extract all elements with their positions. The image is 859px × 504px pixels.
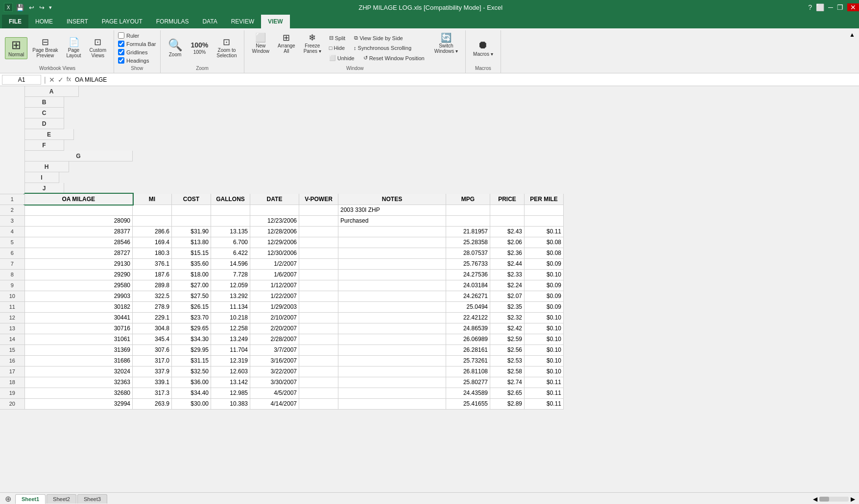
- unhide-button[interactable]: ⬜ Unhide: [327, 53, 357, 63]
- list-item[interactable]: 3/30/2007: [250, 377, 299, 388]
- list-item[interactable]: 25.73261: [446, 355, 490, 366]
- zoom-100-button[interactable]: 100% 100%: [188, 40, 212, 57]
- row-number-10[interactable]: 10: [0, 291, 24, 301]
- list-item[interactable]: 30182: [24, 301, 133, 312]
- list-item[interactable]: $2.33: [490, 269, 525, 280]
- qat-undo[interactable]: ↩: [27, 4, 36, 11]
- list-item[interactable]: $26.15: [172, 301, 211, 312]
- list-item[interactable]: $0.10: [525, 334, 564, 344]
- list-item[interactable]: $27.50: [172, 291, 211, 301]
- list-item[interactable]: [299, 301, 338, 312]
- list-item[interactable]: $27.00: [172, 280, 211, 291]
- zoom-button[interactable]: 🔍 Zoom: [165, 37, 186, 59]
- list-item[interactable]: $18.00: [172, 269, 211, 280]
- collapse-ribbon-button[interactable]: ▲: [846, 30, 858, 73]
- list-item[interactable]: 30716: [24, 323, 133, 334]
- list-item[interactable]: $0.11: [525, 377, 564, 388]
- list-item[interactable]: [24, 205, 133, 215]
- list-item[interactable]: $0.10: [525, 355, 564, 366]
- list-item[interactable]: 29290: [24, 269, 133, 280]
- list-item[interactable]: [299, 226, 338, 237]
- macros-button[interactable]: ⏺ Macros ▾: [470, 38, 497, 59]
- restore-button[interactable]: ❐: [837, 3, 843, 11]
- list-item[interactable]: [338, 344, 446, 355]
- list-item[interactable]: $35.60: [172, 258, 211, 269]
- ribbon-toggle[interactable]: ⬜: [816, 3, 824, 11]
- list-item[interactable]: 24.03184: [446, 280, 490, 291]
- row-number-3[interactable]: 3: [0, 215, 24, 226]
- list-item[interactable]: 12.258: [211, 323, 250, 334]
- row-number-6[interactable]: 6: [0, 248, 24, 258]
- list-item[interactable]: 286.6: [133, 226, 172, 237]
- list-item[interactable]: [338, 377, 446, 388]
- list-item[interactable]: 317.3: [133, 388, 172, 398]
- list-item[interactable]: $0.11: [525, 388, 564, 398]
- list-item[interactable]: $36.00: [172, 377, 211, 388]
- list-item[interactable]: 31061: [24, 334, 133, 344]
- list-item[interactable]: 32994: [24, 398, 133, 409]
- qat-save[interactable]: 💾: [15, 4, 25, 11]
- row-number-13[interactable]: 13: [0, 323, 24, 334]
- list-item[interactable]: Purchased: [338, 215, 446, 226]
- list-item[interactable]: [299, 355, 338, 366]
- list-item[interactable]: 322.5: [133, 291, 172, 301]
- list-item[interactable]: 304.8: [133, 323, 172, 334]
- list-item[interactable]: 4/14/2007: [250, 398, 299, 409]
- list-item[interactable]: $2.07: [490, 291, 525, 301]
- list-item[interactable]: 317.0: [133, 355, 172, 366]
- list-item[interactable]: $2.43: [490, 226, 525, 237]
- list-item[interactable]: $34.40: [172, 388, 211, 398]
- freeze-panes-button[interactable]: ❄ FreezePanes ▾: [300, 31, 325, 56]
- list-item[interactable]: OA MILAGE: [24, 194, 133, 205]
- list-item[interactable]: 29130: [24, 258, 133, 269]
- list-item[interactable]: [299, 291, 338, 301]
- list-item[interactable]: 4/5/2007: [250, 388, 299, 398]
- row-number-8[interactable]: 8: [0, 269, 24, 280]
- list-item[interactable]: 13.292: [211, 291, 250, 301]
- list-item[interactable]: [338, 301, 446, 312]
- close-button[interactable]: ✕: [847, 3, 859, 11]
- list-item[interactable]: $2.35: [490, 301, 525, 312]
- list-item[interactable]: 1/29/2003: [250, 301, 299, 312]
- list-item[interactable]: $0.11: [525, 398, 564, 409]
- list-item[interactable]: PER MILE: [525, 194, 564, 205]
- page-layout-button[interactable]: 📄 PageLayout: [63, 36, 85, 60]
- list-item[interactable]: $29.95: [172, 344, 211, 355]
- list-item[interactable]: [338, 366, 446, 377]
- list-item[interactable]: NOTES: [338, 194, 446, 205]
- list-item[interactable]: $2.89: [490, 398, 525, 409]
- list-item[interactable]: 2/10/2007: [250, 312, 299, 323]
- page-break-button[interactable]: ⊟ Page BreakPreview: [29, 36, 61, 60]
- list-item[interactable]: 25.41655: [446, 398, 490, 409]
- list-item[interactable]: $15.15: [172, 248, 211, 258]
- tab-data[interactable]: DATA: [195, 15, 224, 28]
- list-item[interactable]: 169.4: [133, 237, 172, 248]
- list-item[interactable]: GALLONS: [211, 194, 250, 205]
- list-item[interactable]: [338, 323, 446, 334]
- list-item[interactable]: [299, 388, 338, 398]
- list-item[interactable]: $2.74: [490, 377, 525, 388]
- tab-home[interactable]: HOME: [28, 15, 60, 28]
- list-item[interactable]: [338, 226, 446, 237]
- list-item[interactable]: [299, 269, 338, 280]
- formula-bar-checkbox-item[interactable]: Formula Bar: [118, 41, 156, 47]
- list-item[interactable]: COST: [172, 194, 211, 205]
- list-item[interactable]: 12.059: [211, 280, 250, 291]
- list-item[interactable]: 25.80277: [446, 377, 490, 388]
- list-item[interactable]: 11.704: [211, 344, 250, 355]
- list-item[interactable]: [338, 258, 446, 269]
- list-item[interactable]: $0.09: [525, 301, 564, 312]
- sheet-tab-sheet3[interactable]: Sheet3: [77, 494, 107, 504]
- view-side-by-side-button[interactable]: ⧉ View Side by Side: [352, 33, 405, 43]
- list-item[interactable]: [299, 398, 338, 409]
- grid-wrapper[interactable]: A B C D E F G H I J 1OA MILAGEMICOSTGALL…: [0, 86, 859, 492]
- col-header-d[interactable]: D: [25, 118, 64, 129]
- horizontal-scrollbar-thumb[interactable]: [819, 497, 829, 502]
- list-item[interactable]: [299, 312, 338, 323]
- list-item[interactable]: [338, 388, 446, 398]
- list-item[interactable]: [338, 248, 446, 258]
- list-item[interactable]: 28090: [24, 215, 133, 226]
- name-box[interactable]: [2, 75, 41, 85]
- list-item[interactable]: DATE: [250, 194, 299, 205]
- list-item[interactable]: $2.32: [490, 312, 525, 323]
